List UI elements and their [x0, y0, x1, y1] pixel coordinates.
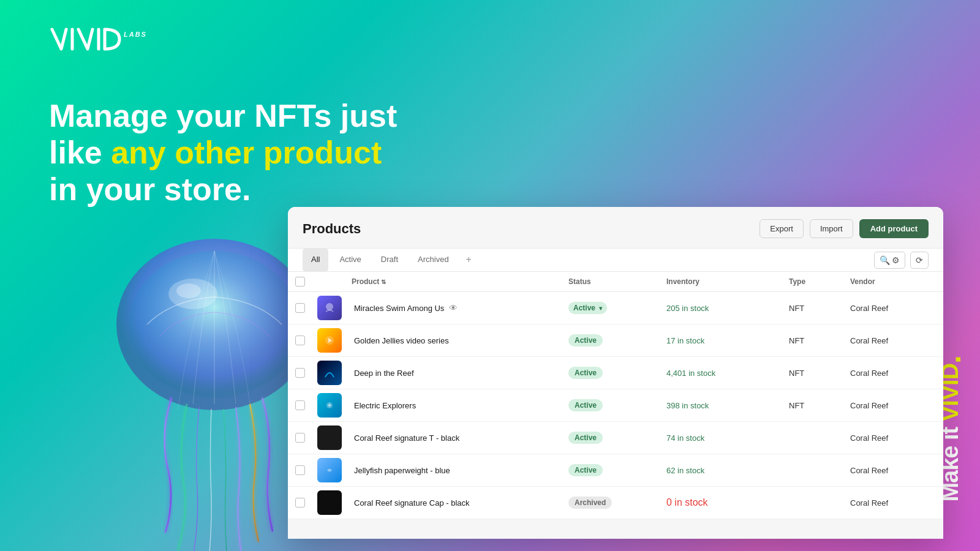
product-name-5: Jellyfish paperweight - blue: [354, 466, 450, 475]
inventory-cell-1: 17 in stock: [666, 336, 789, 345]
row-checkbox-cell-2[interactable]: [295, 368, 317, 378]
table-row[interactable]: Jellyfish paperweight - blue Active 62 i…: [288, 454, 943, 487]
type-cell-3: NFT: [789, 401, 850, 410]
thumb-icon-2: [323, 366, 336, 380]
product-name-1: Golden Jellies video series: [354, 336, 449, 345]
select-all-checkbox-cell[interactable]: [295, 277, 317, 287]
vendor-cell-4: Coral Reef: [850, 433, 936, 443]
row-checkbox-6[interactable]: [295, 498, 305, 508]
tabs-right-actions: 🔍 ⚙ ⟳: [874, 252, 929, 269]
row-checkbox-cell-3[interactable]: [295, 400, 317, 410]
row-checkbox-cell-1[interactable]: [295, 335, 317, 345]
headline-line2: like any other product: [49, 135, 397, 171]
row-checkbox-cell-5[interactable]: [295, 465, 317, 475]
tab-add[interactable]: +: [460, 249, 478, 271]
tab-archived[interactable]: Archived: [409, 249, 458, 271]
eye-icon: 👁: [449, 303, 458, 313]
tab-all[interactable]: All: [303, 249, 328, 271]
panel-header: Products Export Import Add product: [288, 207, 943, 249]
col-vendor: Vendor: [850, 277, 936, 287]
table-row[interactable]: Electric Explorers Active 398 in stockNF…: [288, 389, 943, 422]
status-active-dropdown-0[interactable]: Active ▾: [568, 302, 607, 314]
headline-line2-plain: like: [49, 135, 111, 170]
vendor-cell-2: Coral Reef: [850, 369, 936, 378]
product-thumb-2: [317, 361, 342, 385]
row-checkbox-cell-4[interactable]: [295, 433, 317, 443]
product-name-4: Coral Reef signature T - black: [354, 433, 459, 443]
search-icon: 🔍: [880, 255, 890, 265]
col-status: Status: [568, 277, 666, 287]
row-checkbox-0[interactable]: [295, 303, 305, 313]
headline-line3: in your store.: [49, 171, 397, 208]
thumb-icon-3: [323, 399, 336, 412]
table-row[interactable]: Coral Reef signature Cap - black Archive…: [288, 487, 943, 519]
logo-area: LABS: [49, 24, 172, 58]
status-active-4: Active: [568, 432, 603, 444]
table-row[interactable]: Golden Jellies video series Active 17 in…: [288, 324, 943, 357]
product-name-cell-6: Coral Reef signature Cap - black: [352, 498, 568, 508]
product-name-cell-4: Coral Reef signature T - black: [352, 433, 568, 443]
row-checkbox-cell-0[interactable]: [295, 303, 317, 313]
thumb-icon-6: [323, 496, 336, 509]
status-active-3: Active: [568, 399, 603, 411]
headline-line1: Manage your NFTs just: [49, 98, 397, 135]
filter-icon: ⚙: [892, 255, 900, 265]
table-row[interactable]: Miracles Swim Among Us 👁 Active ▾ 205 in…: [288, 292, 943, 324]
import-button[interactable]: Import: [810, 219, 853, 238]
product-name-6: Coral Reef signature Cap - black: [354, 498, 470, 508]
table-row[interactable]: Coral Reef signature T - black Active 74…: [288, 422, 943, 454]
type-cell-2: NFT: [789, 369, 850, 378]
table-row[interactable]: Deep in the Reef Active 4,401 in stockNF…: [288, 357, 943, 389]
product-thumb-1: [317, 328, 342, 353]
thumb-icon-5: [323, 463, 336, 477]
inventory-cell-2: 4,401 in stock: [666, 369, 789, 378]
row-checkbox-2[interactable]: [295, 368, 305, 378]
search-filter-button[interactable]: 🔍 ⚙: [874, 252, 905, 269]
tab-draft[interactable]: Draft: [372, 249, 407, 271]
col-inventory: Inventory: [666, 277, 789, 287]
product-name-cell-0: Miracles Swim Among Us 👁: [352, 303, 568, 313]
status-active-5: Active: [568, 464, 603, 476]
col-product-label: Product: [352, 277, 379, 286]
select-all-checkbox[interactable]: [295, 277, 305, 287]
products-panel: Products Export Import Add product All A…: [288, 207, 943, 539]
panel-title: Products: [303, 221, 361, 237]
row-checkbox-cell-6[interactable]: [295, 498, 317, 508]
type-cell-1: NFT: [789, 336, 850, 345]
refresh-button[interactable]: ⟳: [910, 252, 929, 269]
thumb-icon-4: [323, 431, 336, 444]
sort-icon: ⇅: [381, 279, 386, 285]
inventory-cell-6: 0 in stock: [666, 497, 789, 508]
product-name-0: Miracles Swim Among Us: [354, 304, 444, 313]
inventory-cell-3: 398 in stock: [666, 401, 789, 410]
product-name-3: Electric Explorers: [354, 401, 416, 410]
svg-text:LABS: LABS: [124, 31, 147, 38]
inventory-cell-4: 74 in stock: [666, 433, 789, 443]
thumb-icon-1: [323, 334, 336, 347]
headline-line2-highlight: any other product: [111, 135, 382, 170]
logo-text: LABS: [49, 31, 172, 59]
row-checkbox-3[interactable]: [295, 400, 305, 410]
inventory-cell-0: 205 in stock: [666, 304, 789, 313]
product-name-cell-3: Electric Explorers: [352, 401, 568, 410]
status-badge-1: Active: [568, 334, 666, 347]
status-active-2: Active: [568, 367, 603, 379]
products-table: Product ⇅ Status Inventory Type Vendor: [288, 272, 943, 519]
row-checkbox-4[interactable]: [295, 433, 305, 443]
product-name-cell-2: Deep in the Reef: [352, 369, 568, 378]
thumb-icon-0: [323, 301, 336, 315]
col-image: [317, 277, 352, 287]
vendor-cell-0: Coral Reef: [850, 304, 936, 313]
add-product-button[interactable]: Add product: [859, 219, 929, 238]
header-actions: Export Import Add product: [760, 219, 929, 238]
col-status-label: Status: [568, 277, 591, 286]
col-product[interactable]: Product ⇅: [352, 277, 568, 287]
status-badge-0[interactable]: Active ▾: [568, 302, 666, 314]
tab-active[interactable]: Active: [331, 249, 369, 271]
export-button[interactable]: Export: [760, 219, 804, 238]
row-checkbox-1[interactable]: [295, 335, 305, 345]
row-checkbox-5[interactable]: [295, 465, 305, 475]
dropdown-arrow-0: ▾: [599, 305, 602, 312]
status-badge-5: Active: [568, 464, 666, 476]
vendor-cell-5: Coral Reef: [850, 466, 936, 475]
